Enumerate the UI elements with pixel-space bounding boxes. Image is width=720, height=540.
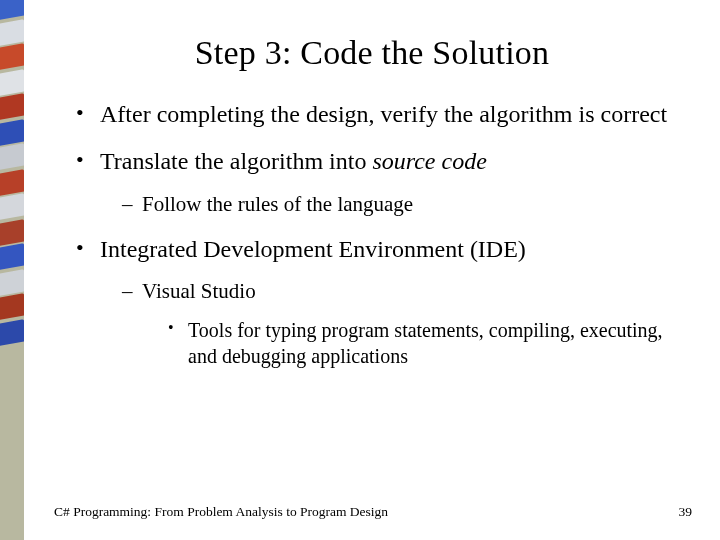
slide-content: Step 3: Code the Solution After completi…	[24, 0, 720, 540]
sub-bullet-text: Follow the rules of the language	[142, 192, 413, 216]
sub-bullet-item: Visual Studio Tools for typing program s…	[124, 278, 676, 369]
bullet-text: Integrated Development Environment (IDE)	[100, 236, 526, 262]
sub2-bullet-list: Tools for typing program statements, com…	[142, 318, 676, 369]
slide-footer: C# Programming: From Problem Analysis to…	[54, 504, 692, 520]
bullet-text: After completing the design, verify the …	[100, 101, 667, 127]
bullet-item: Translate the algorithm into source code…	[72, 147, 676, 217]
sub2-bullet-item: Tools for typing program statements, com…	[170, 318, 676, 369]
sub-bullet-text: Visual Studio	[142, 279, 256, 303]
bullet-item: Integrated Development Environment (IDE)…	[72, 235, 676, 370]
bullet-list: After completing the design, verify the …	[24, 100, 720, 369]
sub-bullet-list: Follow the rules of the language	[100, 191, 676, 217]
footer-source: C# Programming: From Problem Analysis to…	[54, 504, 388, 520]
decorative-sidebar	[0, 0, 24, 540]
bullet-item: After completing the design, verify the …	[72, 100, 676, 129]
sub-bullet-list: Visual Studio Tools for typing program s…	[100, 278, 676, 369]
sub-bullet-item: Follow the rules of the language	[124, 191, 676, 217]
footer-page-number: 39	[679, 504, 693, 520]
slide-title: Step 3: Code the Solution	[24, 34, 720, 72]
bullet-text: Translate the algorithm into	[100, 148, 372, 174]
bullet-italic: source code	[372, 148, 486, 174]
sub2-bullet-text: Tools for typing program statements, com…	[188, 319, 663, 367]
